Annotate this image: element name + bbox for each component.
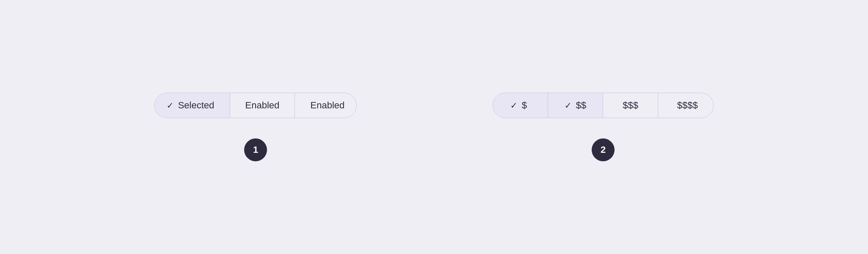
segment-label: Enabled bbox=[245, 100, 280, 111]
check-icon: ✓ bbox=[510, 100, 517, 110]
badge-2: 2 bbox=[592, 138, 615, 161]
segment-label: $$$$ bbox=[677, 100, 698, 111]
segment-label: Enabled bbox=[310, 100, 345, 111]
check-icon: ✓ bbox=[565, 100, 572, 110]
segment-dollar-2[interactable]: ✓ $$ bbox=[548, 93, 603, 118]
segmented-control-2[interactable]: ✓ $ ✓ $$ $$$ $$$$ bbox=[492, 93, 714, 118]
segment-enabled-2[interactable]: Enabled bbox=[295, 93, 356, 118]
badge-1: 1 bbox=[244, 138, 267, 161]
segment-label: Selected bbox=[178, 100, 214, 111]
segment-label: $$ bbox=[576, 100, 586, 111]
segment-dollar-4[interactable]: $$$$ bbox=[658, 93, 713, 118]
segment-dollar-3[interactable]: $$$ bbox=[603, 93, 658, 118]
demo-section-2: ✓ $ ✓ $$ $$$ $$$$ 2 bbox=[492, 93, 714, 161]
segment-selected[interactable]: ✓ Selected bbox=[155, 93, 230, 118]
segment-dollar-1[interactable]: ✓ $ bbox=[493, 93, 548, 118]
segment-label: $ bbox=[522, 100, 527, 111]
segment-label: $$$ bbox=[623, 100, 638, 111]
demo-section-1: ✓ Selected Enabled Enabled 1 bbox=[154, 93, 357, 161]
segment-enabled-1[interactable]: Enabled bbox=[230, 93, 295, 118]
check-icon: ✓ bbox=[167, 100, 174, 110]
segmented-control-1[interactable]: ✓ Selected Enabled Enabled bbox=[154, 93, 357, 118]
